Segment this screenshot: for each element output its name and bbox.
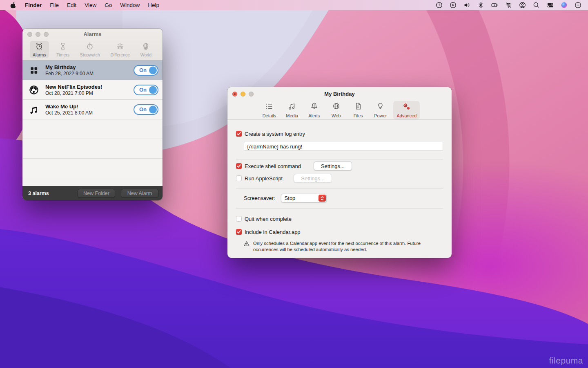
siri-icon[interactable] <box>561 2 568 9</box>
alarm-title: New NetFlix Episodes! <box>45 84 102 90</box>
bluetooth-icon[interactable] <box>477 2 484 9</box>
shell-settings-button[interactable]: Settings... <box>314 162 352 171</box>
alarm-toggle[interactable]: On <box>134 85 158 95</box>
apple-logo-icon <box>10 2 17 9</box>
globe-icon <box>22 85 45 95</box>
warning-icon <box>244 241 249 247</box>
play-icon[interactable] <box>450 2 457 9</box>
tab-web-label: Web <box>332 113 341 118</box>
tab-advanced-label: Advanced <box>396 113 416 118</box>
alarm-text: My Birthday Feb 28, 2022 9:00 AM <box>45 64 94 76</box>
user-icon[interactable] <box>519 2 526 9</box>
menu-bar-left: Finder File Edit View Go Window Help <box>0 0 163 10</box>
alarm-text: New NetFlix Episodes! Oct 28, 2021 7:00 … <box>45 84 102 96</box>
zoom-button[interactable] <box>249 92 254 96</box>
applescript-label: Run AppleScript <box>245 175 283 182</box>
alarm-row-wake-me-up[interactable]: Wake Me Up! Oct 25, 2021 8:00 AM On <box>22 100 163 119</box>
warning-text: Only schedules a Calendar.app event for … <box>253 240 434 253</box>
shell-command-row: Execute shell command Settings... <box>236 163 443 169</box>
tab-alerts[interactable]: Alerts <box>305 101 323 119</box>
battery-charging-icon[interactable] <box>491 2 498 9</box>
minimize-button[interactable] <box>241 92 245 96</box>
log-entry-label: Create a system log entry <box>245 131 305 137</box>
settings-toolbar: Details Media Alerts Web Files <box>227 101 452 120</box>
screensaver-label: Screensaver: <box>244 195 275 201</box>
apple-menu[interactable] <box>6 0 21 10</box>
music-note-icon <box>287 102 297 113</box>
empty-list-row <box>22 119 163 139</box>
quit-row: Quit when complete <box>236 215 443 222</box>
alarms-toolbar: Alarms Timers Stopwatch Difference <box>22 40 163 61</box>
traffic-lights <box>232 92 254 96</box>
close-button[interactable] <box>27 32 32 37</box>
alarm-text: Wake Me Up! Oct 25, 2021 8:00 AM <box>45 103 93 116</box>
globe-icon <box>332 102 341 113</box>
screensaver-row: Screensaver: Stop <box>244 194 443 202</box>
tab-stopwatch-label: Stopwatch <box>80 52 100 57</box>
wifi-off-icon[interactable] <box>505 2 512 9</box>
tab-files-label: Files <box>354 113 363 118</box>
menu-file[interactable]: File <box>46 0 63 10</box>
document-icon <box>354 102 363 113</box>
calendar-row: Include in Calendar.app <box>236 229 443 235</box>
tab-power-label: Power <box>374 113 387 118</box>
clock-icon[interactable] <box>436 2 443 9</box>
volume-icon[interactable] <box>463 2 470 9</box>
tab-alarms[interactable]: Alarms <box>30 41 49 58</box>
alarms-titlebar[interactable]: Alarms <box>22 29 163 40</box>
tab-alarms-label: Alarms <box>33 52 46 57</box>
tab-web[interactable]: Web <box>327 101 345 119</box>
alarm-toggle[interactable]: On <box>134 104 158 115</box>
menu-help[interactable]: Help <box>144 0 163 10</box>
menu-edit[interactable]: Edit <box>63 0 80 10</box>
new-folder-button[interactable]: New Folder <box>78 189 115 198</box>
zoom-button[interactable] <box>44 32 49 37</box>
applescript-checkbox[interactable] <box>236 175 242 181</box>
settings-titlebar[interactable]: My Birthday <box>227 87 452 101</box>
minimize-button[interactable] <box>36 32 40 37</box>
calendar-label: Include in Calendar.app <box>245 229 301 235</box>
toggle-knob <box>149 105 157 113</box>
menu-go[interactable]: Go <box>100 0 116 10</box>
alarm-row-my-birthday[interactable]: My Birthday Feb 28, 2022 9:00 AM On <box>22 61 163 80</box>
tab-timers[interactable]: Timers <box>53 41 72 58</box>
lightbulb-icon <box>376 102 385 113</box>
stopwatch-icon <box>86 42 94 52</box>
alarm-row-netflix[interactable]: New NetFlix Episodes! Oct 28, 2021 7:00 … <box>22 80 163 100</box>
applescript-settings-button[interactable]: Settings... <box>294 174 332 183</box>
quit-checkbox[interactable] <box>236 216 242 222</box>
alarm-datetime: Feb 28, 2022 9:00 AM <box>45 71 94 76</box>
tab-power[interactable]: Power <box>371 101 390 119</box>
screensaver-popup[interactable]: Stop <box>281 194 327 202</box>
menu-window[interactable]: Window <box>116 0 144 10</box>
separator <box>236 159 443 159</box>
tab-difference[interactable]: Difference <box>107 41 133 58</box>
menu-bar: Finder File Edit View Go Window Help <box>0 0 588 10</box>
alarm-settings-window: My Birthday Details Media Alerts Web <box>227 87 452 258</box>
do-not-disturb-icon[interactable] <box>575 2 581 9</box>
close-button[interactable] <box>232 92 237 96</box>
alarm-toggle[interactable]: On <box>134 65 158 76</box>
tab-difference-label: Difference <box>110 52 130 57</box>
shell-command-checkbox[interactable] <box>236 163 242 169</box>
toggle-label: On <box>139 87 147 93</box>
menu-app-name[interactable]: Finder <box>21 0 46 10</box>
empty-list-fill <box>22 178 163 185</box>
tab-timers-label: Timers <box>56 52 69 57</box>
tab-files[interactable]: Files <box>349 101 368 119</box>
log-entry-checkbox[interactable] <box>236 131 242 137</box>
log-message-field[interactable] <box>244 142 443 151</box>
new-alarm-button[interactable]: New Alarm <box>121 189 158 198</box>
alarms-footer-bar: 3 alarms New Folder New Alarm <box>22 186 163 200</box>
tab-advanced[interactable]: Advanced <box>393 101 420 119</box>
tab-stopwatch[interactable]: Stopwatch <box>77 41 103 58</box>
tab-world[interactable]: World <box>138 41 154 58</box>
toggle-knob <box>149 66 157 74</box>
control-center-icon[interactable] <box>547 2 554 9</box>
tab-media[interactable]: Media <box>283 101 301 119</box>
tab-details[interactable]: Details <box>259 101 280 119</box>
search-icon[interactable] <box>533 2 540 9</box>
calendar-checkbox[interactable] <box>236 229 242 235</box>
popup-chevrons-icon <box>318 195 326 202</box>
menu-view[interactable]: View <box>80 0 100 10</box>
